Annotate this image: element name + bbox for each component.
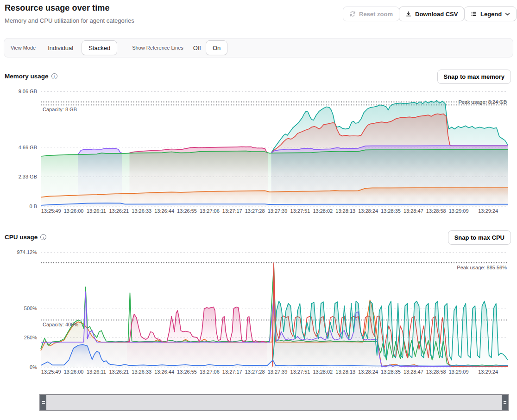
x-tick-label: 13:27:51 — [290, 208, 310, 214]
y-tick-label: 250% — [24, 335, 37, 340]
time-range-brush[interactable] — [39, 394, 509, 411]
x-tick-label: 13:28:35 — [381, 208, 401, 214]
x-tick-label: 13:29:09 — [449, 208, 469, 214]
x-tick-label: 13:26:55 — [177, 369, 197, 375]
snap-to-max-cpu-button[interactable]: Snap to max CPU — [448, 230, 511, 245]
reset-zoom-label: Reset zoom — [359, 11, 393, 18]
cpu-x-axis: 13:25:4913:26:0013:26:1113:26:2113:26:33… — [41, 369, 508, 375]
view-mode-label: View Mode — [11, 45, 36, 51]
list-icon — [471, 11, 477, 17]
x-tick-label: 13:28:13 — [335, 208, 355, 214]
cpu-section-header: CPU usage i — [5, 234, 46, 241]
x-tick-label: 13:27:06 — [200, 208, 220, 214]
x-tick-label: 13:26:11 — [87, 208, 106, 214]
y-tick-label: 500% — [24, 305, 37, 311]
x-tick-label: 13:26:44 — [154, 208, 174, 214]
x-tick-label: 13:29:09 — [449, 369, 469, 375]
download-csv-label: Download CSV — [415, 11, 458, 18]
y-tick-label: 974.12% — [17, 249, 37, 255]
brush-track[interactable] — [46, 395, 502, 410]
reset-zoom-button[interactable]: Reset zoom — [343, 6, 399, 21]
brush-handle-right[interactable] — [502, 395, 508, 410]
x-tick-label: 13:28:24 — [358, 369, 378, 375]
memory-chart[interactable]: 9.06 GB4.66 GB2.33 GB0 B Capacity: 8 GBP… — [41, 88, 508, 206]
reference-lines-on[interactable]: On — [206, 40, 227, 55]
legend-dropdown-button[interactable]: Legend — [464, 6, 517, 21]
x-tick-label: 13:28:35 — [381, 369, 401, 375]
x-tick-label: 13:27:51 — [290, 369, 310, 375]
x-tick-label: 13:26:33 — [132, 369, 151, 375]
x-tick-label: 13:26:21 — [109, 208, 129, 214]
view-mode-stacked[interactable]: Stacked — [82, 40, 117, 55]
y-tick-label: 2.33 GB — [19, 174, 37, 179]
brush-handle-left[interactable] — [40, 395, 46, 410]
x-tick-label: 13:27:28 — [245, 369, 265, 375]
memory-usage-title: Memory usage — [5, 73, 49, 80]
y-tick-label: 4.66 GB — [19, 145, 37, 150]
cpu-usage-title: CPU usage — [5, 234, 38, 241]
x-tick-label: 13:27:28 — [245, 208, 265, 214]
x-tick-label: 13:28:13 — [335, 369, 355, 375]
x-tick-label: 13:29:24 — [478, 369, 498, 375]
show-reference-lines-label: Show Reference Lines — [132, 45, 183, 51]
x-tick-label: 13:25:49 — [41, 369, 61, 375]
x-tick-label: 13:26:55 — [177, 208, 197, 214]
y-tick-label: 9.06 GB — [19, 89, 37, 94]
memory-info-icon[interactable]: i — [51, 73, 57, 79]
cpu-chart-svg[interactable] — [41, 249, 508, 367]
chevron-down-icon — [505, 13, 510, 16]
download-icon — [405, 11, 412, 17]
refresh-icon — [349, 11, 356, 17]
snap-to-max-memory-button[interactable]: Snap to max memory — [437, 70, 511, 84]
x-tick-label: 13:27:17 — [222, 369, 242, 375]
x-tick-label: 13:27:06 — [200, 369, 220, 375]
x-tick-label: 13:26:00 — [64, 208, 84, 214]
x-tick-label: 13:28:47 — [404, 208, 423, 214]
x-tick-label: 13:28:02 — [313, 208, 333, 214]
x-tick-label: 13:26:33 — [132, 208, 151, 214]
x-tick-label: 13:27:17 — [222, 208, 242, 214]
x-tick-label: 13:28:58 — [426, 208, 446, 214]
memory-x-axis: 13:25:4913:26:0013:26:1113:26:2113:26:33… — [41, 208, 508, 215]
x-tick-label: 13:26:44 — [154, 369, 174, 375]
cpu-info-icon[interactable]: i — [40, 234, 46, 240]
x-tick-label: 13:28:02 — [313, 369, 333, 375]
x-tick-label: 13:27:39 — [268, 369, 288, 375]
page-subtitle: Memory and CPU utilization for agent cat… — [5, 17, 134, 24]
page-title: Resource usage over time — [5, 3, 110, 13]
x-tick-label: 13:28:47 — [404, 369, 423, 375]
control-bar: View Mode Individual Stacked Show Refere… — [4, 38, 513, 57]
x-tick-label: 13:27:39 — [268, 208, 288, 214]
memory-y-axis: 9.06 GB4.66 GB2.33 GB0 B — [2, 88, 37, 206]
x-tick-label: 13:26:00 — [64, 369, 84, 375]
x-tick-label: 13:28:58 — [426, 369, 446, 375]
x-tick-label: 13:26:11 — [87, 369, 106, 375]
cpu-y-axis: 974.12%500%250%0% — [2, 249, 37, 367]
download-csv-button[interactable]: Download CSV — [399, 6, 464, 21]
memory-section-header: Memory usage i — [5, 73, 57, 80]
reference-lines-off[interactable]: Off — [193, 45, 201, 51]
y-tick-label: 0% — [30, 364, 37, 370]
cpu-chart[interactable]: 974.12%500%250%0% Capacity: 400%Peak usa… — [41, 249, 508, 367]
memory-chart-svg[interactable] — [41, 88, 508, 206]
resource-usage-dashboard: Resource usage over time Memory and CPU … — [0, 0, 517, 420]
legend-label: Legend — [480, 11, 502, 18]
x-tick-label: 13:28:24 — [358, 208, 378, 214]
y-tick-label: 0 B — [29, 204, 37, 209]
x-tick-label: 13:25:49 — [41, 208, 61, 214]
view-mode-individual[interactable]: Individual — [48, 45, 73, 51]
x-tick-label: 13:26:21 — [109, 369, 129, 375]
x-tick-label: 13:29:24 — [478, 208, 498, 214]
